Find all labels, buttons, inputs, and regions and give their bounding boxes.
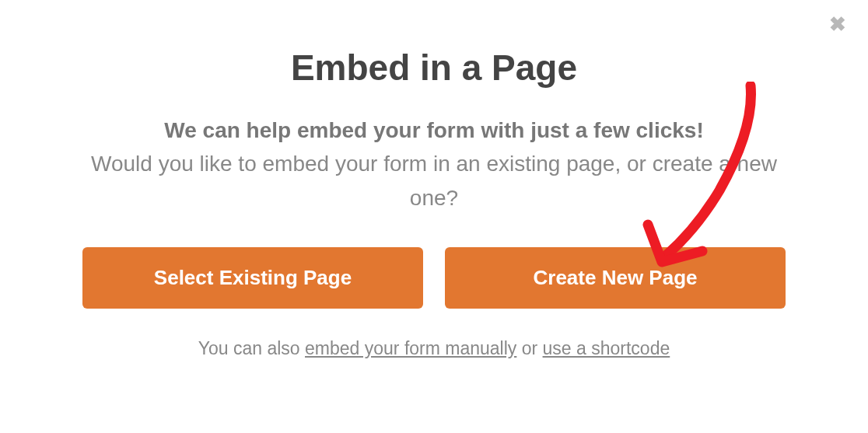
embed-manually-link[interactable]: embed your form manually — [305, 338, 516, 358]
subtitle-lead: We can help embed your form with just a … — [164, 118, 703, 142]
modal-subtitle: We can help embed your form with just a … — [74, 113, 794, 215]
use-shortcode-link[interactable]: use a shortcode — [543, 338, 670, 358]
footer-text: You can also embed your form manually or… — [74, 338, 794, 359]
subtitle-body: Would you like to embed your form in an … — [91, 152, 777, 209]
modal-title: Embed in a Page — [74, 47, 794, 89]
select-existing-page-button[interactable]: Select Existing Page — [82, 247, 423, 309]
footer-prefix: You can also — [198, 338, 305, 358]
create-new-page-button[interactable]: Create New Page — [445, 247, 786, 309]
close-icon[interactable]: ✖ — [829, 14, 846, 34]
embed-modal: ✖ Embed in a Page We can help embed your… — [0, 0, 868, 433]
footer-middle: or — [516, 338, 542, 358]
button-row: Select Existing Page Create New Page — [74, 247, 794, 309]
